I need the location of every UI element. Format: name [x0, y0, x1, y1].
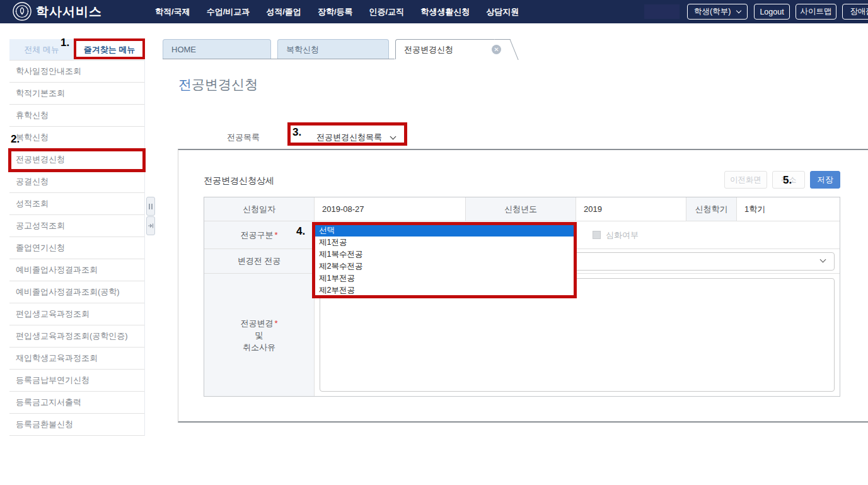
sidebar-menu-item[interactable]: 공고성적조회 — [9, 215, 144, 237]
required-asterisk: * — [274, 230, 277, 240]
intensive-checkbox-label: 심화여부 — [606, 230, 639, 241]
previous-screen-button[interactable]: 이전화면 — [724, 171, 767, 189]
user-name-redacted — [644, 4, 680, 19]
annotation-number-4: 4. — [296, 225, 305, 238]
accessibility-button[interactable]: 장애접 — [842, 4, 868, 20]
detail-action-buttons: 이전화면 취소 저장 — [547, 171, 840, 189]
sidebar-menu-item[interactable]: 편입생교육과정조회(공학인증) — [9, 325, 144, 348]
sidebar-menu-item[interactable]: 예비졸업사정결과조회(공학) — [9, 281, 144, 303]
dropdown-option[interactable]: 제1복수전공 — [315, 248, 575, 260]
arrow-to-bar-icon — [148, 223, 154, 229]
role-select[interactable]: 학생(학부) — [687, 4, 748, 20]
chevron-down-icon — [820, 257, 826, 263]
top-header-bar: 학사서비스 학적/국제수업/비교과성적/졸업장학/등록인증/교직학생생활신청상담… — [0, 0, 868, 23]
sidebar-menu-list: 학사일정안내조회학적기본조회휴학신청복학신청전공변경신청공결신청성적조회공고성적… — [9, 60, 145, 436]
sidebar-menu-item[interactable]: 성적조회 — [9, 193, 144, 215]
apply-term-label: 신청학기 — [686, 197, 737, 221]
dropdown-option[interactable]: 선택 — [315, 225, 575, 237]
university-seal-logo-icon — [13, 2, 32, 23]
sidebar-menu-item[interactable]: 등록금환불신청 — [9, 414, 144, 436]
content-tab[interactable]: 전공변경신청 ✕ — [395, 39, 506, 59]
section-view-select-label: 전공변경신청목록 — [316, 132, 382, 143]
sidebar-menu-item[interactable]: 전공변경신청 — [9, 149, 144, 171]
global-nav-item[interactable]: 학생생활신청 — [420, 6, 470, 18]
global-nav-item[interactable]: 수업/비교과 — [207, 6, 250, 18]
logout-button[interactable]: Logout — [754, 4, 790, 20]
sidebar: 전체 메뉴 즐겨찾는 메뉴 학사일정안내조회학적기본조회휴학신청복학신청전공변경… — [9, 39, 145, 436]
sidebar-collapse-button[interactable] — [146, 216, 155, 235]
chevron-down-icon — [390, 134, 396, 140]
sitemap-button[interactable]: 사이트맵 — [796, 4, 836, 20]
apply-term-value: 1학기 — [737, 197, 840, 221]
global-nav-item[interactable]: 성적/졸업 — [266, 6, 301, 18]
content-tabbar: HOME ✕ 복학신청 ✕ 전공변경신청 ✕ — [163, 39, 506, 59]
content-tab-label: 전공변경신청 — [404, 44, 453, 56]
content-tab-label: HOME — [171, 45, 196, 54]
global-nav-item[interactable]: 상담지원 — [486, 6, 519, 18]
annotation-number-3: 3. — [292, 126, 301, 139]
required-asterisk: * — [274, 318, 277, 328]
section-view-select[interactable]: 전공변경신청목록 — [316, 132, 395, 143]
dropdown-option[interactable]: 제1전공 — [315, 237, 575, 248]
annotation-number-5: 5. — [783, 174, 792, 187]
app-title: 학사서비스 — [36, 0, 102, 23]
page-title-accent: 전 — [178, 77, 192, 91]
major-type-dropdown-list: 선택제1전공제1복수전공제2복수전공제1부전공제2부전공 — [315, 224, 576, 297]
sidebar-menu-item[interactable]: 예비졸업사정결과조회 — [9, 259, 144, 281]
sidebar-menu-item[interactable]: 복학신청 — [9, 127, 144, 149]
apply-year-value: 2019 — [576, 197, 686, 221]
sidebar-tabs: 전체 메뉴 즐겨찾는 메뉴 — [9, 39, 145, 60]
section-major-list-label[interactable]: 전공목록 — [227, 132, 260, 143]
sidebar-menu-item[interactable]: 등록금납부연기신청 — [9, 370, 144, 392]
global-nav-item[interactable]: 장학/등록 — [318, 6, 353, 18]
global-nav: 학적/국제수업/비교과성적/졸업장학/등록인증/교직학생생활신청상담지원 — [155, 0, 519, 23]
sidebar-menu-item[interactable]: 학사일정안내조회 — [9, 61, 144, 83]
detail-section-title: 전공변경신청상세 — [204, 175, 274, 187]
annotation-number-1: 1. — [61, 37, 69, 49]
sidebar-menu-item[interactable]: 졸업연기신청 — [9, 237, 144, 259]
save-button[interactable]: 저장 — [810, 171, 840, 189]
chevron-down-icon — [736, 8, 741, 13]
sidebar-menu-item[interactable]: 재입학생교육과정조회 — [9, 348, 144, 370]
before-major-label: 변경전 전공 — [204, 249, 315, 273]
app-window: 학사서비스 학적/국제수업/비교과성적/졸업장학/등록인증/교직학생생활신청상담… — [0, 0, 868, 485]
apply-date-value: 2019-08-27 — [315, 197, 466, 221]
role-select-label: 학생(학부) — [694, 6, 731, 17]
dropdown-option[interactable]: 제2부전공 — [315, 284, 575, 296]
splitter-handle-button[interactable] — [146, 197, 155, 216]
tabbar-underline — [163, 59, 395, 59]
apply-date-label: 신청일자 — [204, 197, 315, 221]
form-row-apply-info: 신청일자 2019-08-27 신청년도 2019 신청학기 1학기 — [204, 197, 840, 221]
dropdown-option[interactable]: 제1부전공 — [315, 272, 575, 284]
annotation-number-2: 2. — [11, 133, 20, 146]
sidebar-menu-item[interactable]: 등록금고지서출력 — [9, 392, 144, 414]
content-tab[interactable]: 복학신청 ✕ — [277, 39, 389, 59]
sidebar-menu-item[interactable]: 편입생교육과정조회 — [9, 303, 144, 325]
content-tab-label: 복학신청 — [286, 44, 319, 56]
sidebar-menu-item[interactable]: 휴학신청 — [9, 105, 144, 127]
grip-icon — [149, 204, 153, 209]
dropdown-option[interactable]: 제2복수전공 — [315, 260, 575, 272]
content-tab[interactable]: HOME ✕ — [163, 39, 271, 59]
sidebar-menu-item[interactable]: 학적기본조회 — [9, 83, 144, 105]
global-nav-item[interactable]: 인증/교직 — [369, 6, 405, 18]
apply-year-label: 신청년도 — [466, 197, 576, 221]
reason-label: 전공변경* 및 취소사유 — [204, 274, 315, 396]
sidebar-tab-favorites-menu[interactable]: 즐겨찾는 메뉴 — [74, 39, 145, 60]
page-title: 전공변경신청 — [178, 76, 258, 93]
intensive-checkbox[interactable] — [593, 231, 601, 239]
tab-close-icon[interactable]: ✕ — [492, 45, 501, 54]
sidebar-menu-item[interactable]: 공결신청 — [9, 171, 144, 193]
global-nav-item[interactable]: 학적/국제 — [155, 6, 190, 18]
